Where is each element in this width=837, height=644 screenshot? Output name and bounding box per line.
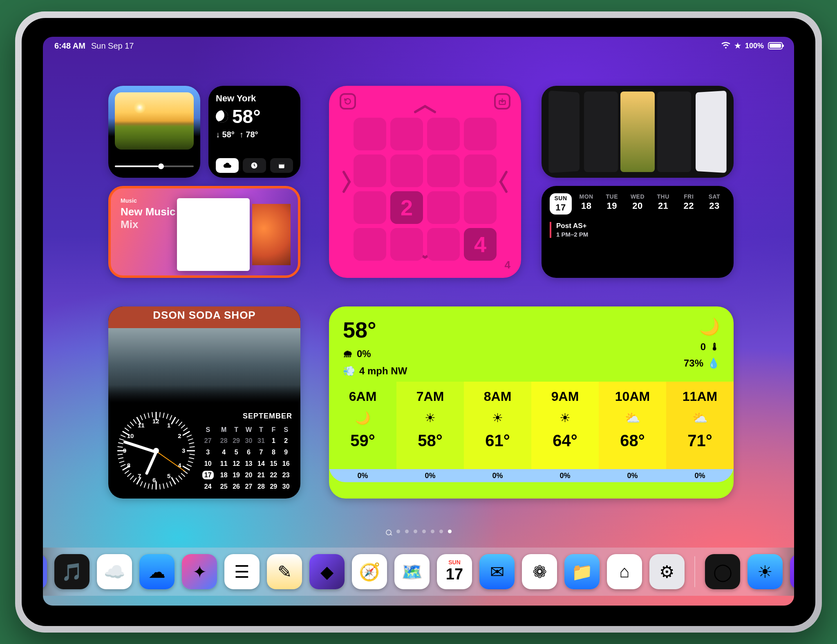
ipad-bezel: 6:48 AM Sun Sep 17 ★ 100% New York (22, 18, 815, 626)
calendar-day[interactable]: SUN17 (550, 193, 572, 215)
page-dot[interactable] (431, 530, 434, 533)
switcher-card (696, 91, 726, 173)
photos-widget[interactable] (108, 86, 200, 178)
forecast-hour[interactable]: 6AM🌙59°0% (329, 382, 396, 482)
safari-icon: 🧭 (359, 562, 380, 582)
game-up-arrow[interactable] (413, 103, 437, 114)
switcher-card (584, 92, 618, 172)
clock-calendar-widget[interactable]: DSON SODA SHOP 121234567891011 SEPTEMBER… (108, 306, 300, 499)
photo-sign-text: DSON SODA SHOP (108, 309, 300, 322)
game-left-arrow[interactable] (341, 170, 353, 194)
music-alt-icon: 🎵 (61, 562, 83, 582)
dock-app-maps[interactable]: 🗺️ (394, 554, 430, 589)
dock-app-app-one[interactable]: ◯ (705, 554, 740, 589)
photo-thumbnail (115, 92, 194, 150)
event-time: 1 PM–2 PM (556, 231, 725, 238)
dock-app-reminders[interactable]: ☰ (224, 554, 260, 589)
thermometer-icon: 🌡 (710, 341, 720, 353)
weather-forecast-widget[interactable]: 58° 🌧0% 💨4 mph NW 🌙 0 🌡 73% 💧 6AM🌙59°0%7… (329, 306, 734, 499)
weather-low: ↓ 58° (216, 130, 235, 139)
app-switcher-widget[interactable] (542, 86, 734, 178)
dock-app-mail[interactable]: ✉︎ (479, 554, 515, 589)
dock-app-notes[interactable]: ✎ (267, 554, 302, 589)
page-dot[interactable] (439, 530, 443, 533)
dock-app-discord[interactable]: 👾 (43, 554, 47, 589)
forecast-uv: 0 🌡 (700, 341, 720, 353)
dock-app-files[interactable]: 📁 (564, 554, 600, 589)
status-time: 6:48 AM (54, 41, 85, 51)
pocket-icon: ☁️ (104, 562, 125, 582)
weather-tab-current[interactable] (216, 158, 239, 173)
dock-app-weather[interactable]: ☀︎ (747, 554, 783, 589)
page-dot[interactable] (422, 530, 426, 533)
sun-icon: ☀︎ (492, 411, 503, 425)
shortcuts-icon: ✦ (192, 562, 207, 582)
weather-icon: ☀︎ (757, 562, 773, 582)
game-board: 24 (354, 118, 497, 261)
weather-tab-hourly[interactable] (243, 158, 266, 173)
forecast-temp: 58° (343, 317, 407, 342)
page-indicator[interactable] (43, 530, 794, 535)
forecast-hour[interactable]: 10AM⛅68°0% (599, 382, 666, 482)
page-dot[interactable] (396, 530, 400, 533)
dock-app-pocket[interactable]: ☁️ (97, 554, 132, 589)
switcher-card (620, 92, 655, 172)
page-dot[interactable] (448, 530, 452, 533)
night-clear-icon: 🌙 (699, 317, 720, 336)
calendar-day[interactable]: THU21 (652, 193, 674, 215)
game-undo-button[interactable] (340, 93, 356, 110)
playback-slider[interactable] (115, 165, 194, 167)
dock[interactable]: 💬👾🎵☁️☁✦☰✎◆🧭🗺️SUN17✉︎❁📁⌂⚙︎◯☀︎✶⊞ (43, 548, 794, 596)
calendar-day[interactable]: TUE19 (601, 193, 623, 215)
battery-icon (768, 42, 783, 49)
status-bar: 6:48 AM Sun Sep 17 ★ 100% (43, 37, 794, 55)
rain-icon: 🌧 (343, 348, 353, 360)
music-service: Music (121, 197, 175, 204)
obsidian-icon: ◆ (320, 562, 333, 582)
event-title: Post AS+ (556, 222, 586, 230)
game-2048-widget[interactable]: 24 4 (329, 86, 521, 278)
music-title-2: Mix (121, 218, 175, 231)
dock-app-icloud[interactable]: ☁ (139, 554, 175, 589)
dock-app-music-alt[interactable]: 🎵 (54, 554, 90, 589)
notes-icon: ✎ (278, 562, 292, 582)
switcher-card (657, 92, 692, 172)
page-dot[interactable] (414, 530, 417, 533)
dock-app-settings[interactable]: ⚙︎ (649, 554, 685, 589)
switcher-card (548, 91, 579, 173)
calendar-day[interactable]: WED20 (627, 193, 649, 215)
dock-app-shortcuts[interactable]: ✦ (182, 554, 217, 589)
game-score: 4 (505, 259, 510, 271)
svg-rect-2 (279, 163, 284, 164)
dock-app-photos[interactable]: ❁ (522, 554, 557, 589)
weather-tab-daily[interactable] (270, 158, 293, 173)
calendar-week-days: SUN17MON18TUE19WED20THU21FRI22SAT23 (550, 193, 725, 215)
calendar-day[interactable]: MON18 (575, 193, 598, 215)
forecast-hour[interactable]: 7AM☀︎58°0% (396, 382, 464, 482)
calendar-day[interactable]: SAT23 (703, 193, 725, 215)
forecast-hour[interactable]: 8AM☀︎61°0% (464, 382, 531, 482)
calendar-day[interactable]: FRI22 (678, 193, 700, 215)
music-widget[interactable]: Music New Music Mix (108, 186, 300, 278)
dock-app-app-three[interactable]: ✶ (790, 554, 794, 589)
spotlight-search-dot[interactable] (386, 530, 392, 535)
calendar-week-widget[interactable]: SUN17MON18TUE19WED20THU21FRI22SAT23 Post… (542, 186, 734, 278)
forecast-hour[interactable]: 9AM☀︎64°0% (531, 382, 599, 482)
dock-separator (694, 556, 695, 587)
home-screen[interactable]: 6:48 AM Sun Sep 17 ★ 100% New York (43, 37, 794, 606)
forecast-hour[interactable]: 11AM⛅71°0% (666, 382, 734, 482)
dock-app-obsidian[interactable]: ◆ (309, 554, 345, 589)
hourly-forecast[interactable]: 6AM🌙59°0%7AM☀︎58°0%8AM☀︎61°0%9AM☀︎64°0%1… (329, 382, 734, 482)
game-save-button[interactable] (494, 93, 510, 110)
calendar-event[interactable]: Post AS+ 1 PM–2 PM (550, 222, 725, 238)
forecast-humidity: 73% 💧 (684, 358, 720, 369)
month-title: SEPTEMBER (198, 412, 292, 420)
game-right-arrow[interactable] (497, 170, 509, 194)
forecast-wind: 💨4 mph NW (343, 365, 407, 377)
page-dot[interactable] (405, 530, 409, 533)
weather-widget-small[interactable]: New York 58° ↓ 58° ↑ 78° (208, 86, 300, 178)
analog-clock: 121234567891011 (108, 405, 198, 499)
dock-app-home[interactable]: ⌂ (607, 554, 642, 589)
dock-app-calendar[interactable]: SUN17 (437, 554, 472, 589)
dock-app-safari[interactable]: 🧭 (352, 554, 387, 589)
